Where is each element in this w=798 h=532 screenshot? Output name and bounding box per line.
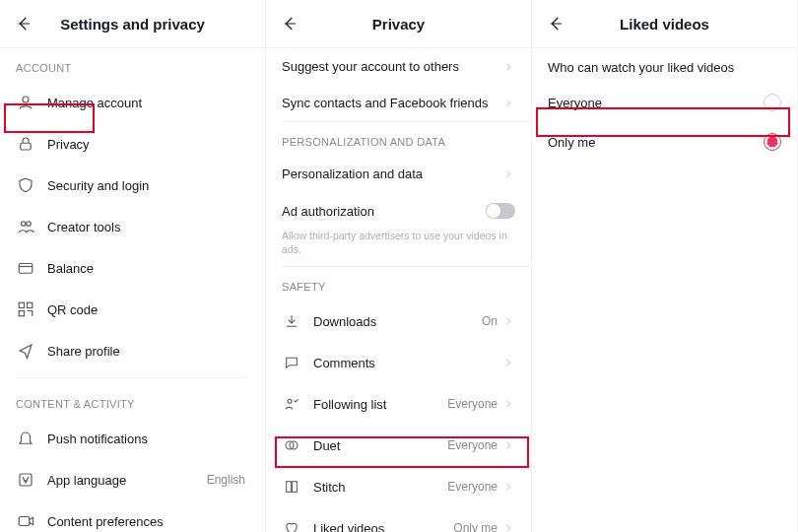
personalization-row[interactable]: Personalization and data [266,156,531,192]
option-label: Only me [548,135,764,150]
push-notifications-row[interactable]: Push notifications [0,418,265,459]
row-label: Personalization and data [282,166,501,181]
settings-header: Settings and privacy [0,0,265,47]
bell-icon [16,429,35,448]
privacy-panel: Privacy Suggest your account to others S… [266,0,532,532]
row-label: Push notifications [47,432,249,446]
duet-row[interactable]: Duet Everyone [266,425,531,466]
svg-point-10 [288,400,292,404]
chevron-right-icon [501,169,515,179]
qr-code-row[interactable]: QR code [0,289,265,330]
row-trailing: English [207,473,245,487]
liked-videos-row[interactable]: Liked videos Only me [266,507,531,532]
chevron-right-icon [501,399,515,409]
back-button[interactable] [278,12,301,35]
row-label: Sync contacts and Facebook friends [282,96,501,110]
lock-icon [16,134,35,154]
option-everyone[interactable]: Everyone [532,83,797,122]
row-label: Liked videos [313,521,453,532]
sync-contacts-row[interactable]: Sync contacts and Facebook friends [266,85,531,121]
chevron-right-icon [501,482,515,492]
duet-icon [282,435,301,455]
privacy-row[interactable]: Privacy [0,123,265,165]
security-row[interactable]: Security and login [0,165,265,206]
row-trailing: Everyone [447,397,498,411]
comment-icon [282,353,301,372]
privacy-title: Privacy [266,16,531,33]
downloads-row[interactable]: Downloads On [266,300,531,342]
radio-selected[interactable] [764,133,781,151]
download-icon [282,311,301,331]
chevron-right-icon [501,99,515,108]
comments-row[interactable]: Comments [266,342,531,383]
following-list-row[interactable]: Following list Everyone [266,383,531,425]
chevron-right-icon [501,62,515,72]
suggest-account-row[interactable]: Suggest your account to others [266,48,531,85]
row-label: Ad authorization [282,204,486,219]
ad-auth-subtext: Allow third-party advertisers to use you… [266,230,531,266]
row-label: Duet [313,438,447,453]
row-trailing: Everyone [447,480,498,494]
following-icon [282,394,301,414]
toggle-off[interactable] [486,203,515,219]
back-button[interactable] [544,12,567,35]
creator-icon [16,217,35,236]
svg-point-0 [23,97,29,102]
chevron-right-icon [501,316,515,326]
wallet-icon [16,258,35,278]
app-language-row[interactable]: App language English [0,459,265,500]
row-label: Comments [313,356,501,370]
chevron-right-icon [501,358,515,367]
row-label: Share profile [47,344,249,359]
video-icon [16,511,35,531]
row-trailing: On [482,314,498,328]
svg-rect-14 [293,482,298,493]
row-label: Downloads [313,314,482,329]
row-label: App language [47,473,207,488]
row-label: Creator tools [47,220,249,234]
manage-account-row[interactable]: Manage account [0,82,265,123]
creator-tools-row[interactable]: Creator tools [0,206,265,247]
heart-icon [282,518,301,532]
question-text: Who can watch your liked videos [532,48,797,83]
balance-row[interactable]: Balance [0,247,265,289]
row-label: Content preferences [47,514,249,529]
svg-rect-1 [21,143,32,150]
chevron-right-icon [501,440,515,450]
svg-rect-6 [28,302,33,307]
settings-panel: Settings and privacy ACCOUNT Manage acco… [0,0,266,532]
radio-unselected[interactable] [764,94,781,111]
share-profile-row[interactable]: Share profile [0,330,265,371]
personalization-section-header: PERSONALIZATION AND DATA [266,122,531,156]
qr-icon [16,299,35,319]
row-trailing: Only me [453,521,498,532]
chevron-right-icon [501,523,515,532]
row-label: Security and login [47,178,249,193]
svg-rect-5 [19,302,24,307]
liked-videos-panel: Liked videos Who can watch your liked vi… [532,0,798,532]
stitch-row[interactable]: Stitch Everyone [266,466,531,507]
row-label: Suggest your account to others [282,59,501,74]
privacy-header: Privacy [266,0,531,47]
liked-videos-title: Liked videos [532,16,797,33]
safety-section-header: SAFETY [266,267,531,300]
row-label: Balance [47,261,249,276]
svg-point-3 [27,222,32,227]
account-section-header: ACCOUNT [0,48,265,82]
user-icon [16,93,35,112]
content-preferences-row[interactable]: Content preferences [0,500,265,532]
row-label: Manage account [47,96,249,110]
svg-rect-4 [19,264,33,274]
option-only-me[interactable]: Only me [532,122,797,162]
row-label: Privacy [47,137,249,152]
row-label: Stitch [313,480,447,495]
ad-authorization-row[interactable]: Ad authorization [266,192,531,230]
settings-title: Settings and privacy [0,16,265,33]
stitch-icon [282,477,301,497]
content-section-header: CONTENT & ACTIVITY [0,384,265,418]
svg-rect-9 [19,517,30,526]
back-button[interactable] [12,12,35,35]
shield-icon [16,175,35,195]
row-label: QR code [47,302,249,317]
share-icon [16,341,35,361]
